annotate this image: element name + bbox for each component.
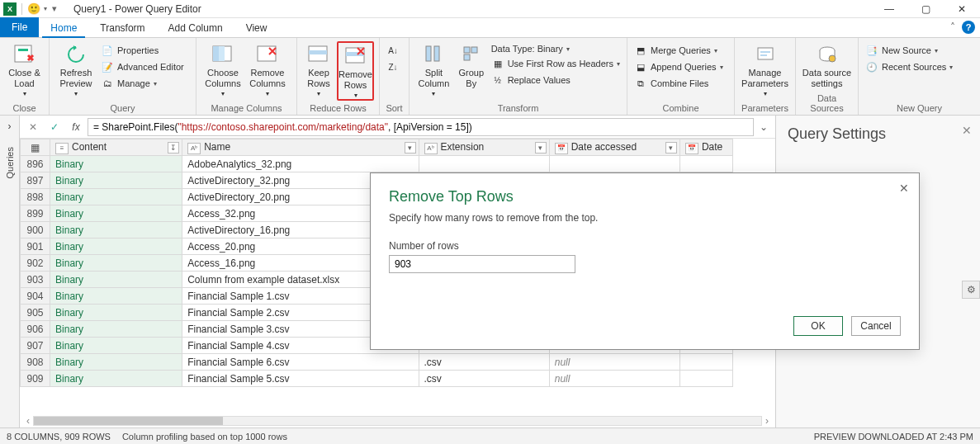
qat-overflow[interactable]: ▾: [50, 3, 57, 14]
expand-queries-icon[interactable]: ›: [8, 120, 12, 132]
cell-date-accessed[interactable]: [549, 156, 679, 172]
emoji-icon[interactable]: 🙂: [27, 2, 40, 15]
formula-input[interactable]: = SharePoint.Files("https://contoso.shar…: [88, 118, 754, 136]
chevron-down-icon[interactable]: ▾: [665, 142, 677, 154]
advanced-editor-button[interactable]: 📝Advanced Editor: [99, 59, 186, 74]
row-header-corner[interactable]: ▦: [21, 139, 50, 156]
split-column-button[interactable]: Split Column▾: [414, 41, 453, 97]
cell-date[interactable]: [679, 371, 732, 387]
manage-button[interactable]: 🗂Manage: [99, 76, 186, 91]
accept-formula-icon[interactable]: ✓: [45, 119, 64, 135]
append-queries-button[interactable]: ⬓Append Queries: [632, 59, 725, 74]
help-icon[interactable]: ?: [962, 21, 975, 34]
ok-button[interactable]: OK: [793, 316, 843, 336]
col-name[interactable]: AᵇName▾: [182, 139, 419, 156]
scroll-left-icon[interactable]: ‹: [23, 415, 33, 427]
number-of-rows-input[interactable]: [389, 255, 575, 273]
table-row[interactable]: 896BinaryAdobeAnalytics_32.png: [21, 156, 733, 172]
dialog-close-icon[interactable]: ✕: [899, 182, 909, 195]
cell-name[interactable]: Financial Sample 5.csv: [182, 371, 419, 387]
col-date-accessed[interactable]: 📅Date accessed▾: [549, 139, 679, 156]
chevron-down-icon[interactable]: ↧: [168, 142, 179, 154]
scroll-right-icon[interactable]: ›: [762, 415, 772, 427]
cell-name[interactable]: AdobeAnalytics_32.png: [182, 156, 419, 172]
use-first-row-button[interactable]: ▦Use First Row as Headers: [490, 56, 622, 71]
file-tab[interactable]: File: [0, 17, 39, 37]
group-by-button[interactable]: Group By: [455, 41, 488, 88]
cell-content[interactable]: Binary: [50, 354, 182, 371]
close-window-button[interactable]: ✕: [944, 0, 980, 18]
svg-rect-10: [426, 46, 431, 61]
data-source-settings-button[interactable]: Data source settings: [801, 41, 853, 88]
scroll-thumb[interactable]: [34, 417, 223, 425]
cancel-button[interactable]: Cancel: [851, 316, 901, 336]
number-of-rows-label: Number of rows: [389, 240, 901, 252]
cell-name[interactable]: Financial Sample 6.csv: [182, 354, 419, 371]
cell-content[interactable]: Binary: [50, 189, 182, 205]
new-source-button[interactable]: 📑New Source: [864, 43, 954, 58]
minimize-button[interactable]: —: [871, 0, 907, 18]
cell-date-accessed[interactable]: null: [549, 371, 679, 387]
fx-icon[interactable]: fx: [66, 119, 86, 135]
refresh-preview-button[interactable]: Refresh Preview▾: [54, 41, 97, 97]
cell-content[interactable]: Binary: [50, 239, 182, 255]
cell-extension[interactable]: .csv: [419, 371, 549, 387]
remove-rows-button[interactable]: Remove Rows▾: [337, 41, 374, 101]
cell-content[interactable]: Binary: [50, 205, 182, 222]
maximize-button[interactable]: ▢: [907, 0, 944, 18]
table-row[interactable]: 909BinaryFinancial Sample 5.csv.csvnull: [21, 371, 733, 387]
col-extension[interactable]: AᵇExtension▾: [419, 139, 549, 156]
close-and-load-button[interactable]: Close & Load▾: [5, 41, 44, 97]
cell-content[interactable]: Binary: [50, 222, 182, 239]
keep-rows-button[interactable]: Keep Rows▾: [302, 41, 335, 97]
sort-asc-button[interactable]: A↓: [385, 43, 401, 58]
qat-dropdown-icon[interactable]: ▾: [44, 5, 47, 12]
horizontal-scrollbar[interactable]: ‹ ›: [20, 414, 775, 427]
collapse-ribbon-icon[interactable]: ˄: [950, 21, 955, 33]
cell-content[interactable]: Binary: [50, 321, 182, 338]
cell-content[interactable]: Binary: [50, 305, 182, 321]
cell-date-accessed[interactable]: null: [549, 354, 679, 371]
chevron-down-icon[interactable]: ▾: [405, 142, 416, 154]
cell-date[interactable]: [679, 156, 732, 172]
choose-columns-button[interactable]: Choose Columns▾: [201, 41, 244, 97]
formula-dropdown-icon[interactable]: ⌄: [755, 121, 772, 133]
recent-sources-button[interactable]: 🕘Recent Sources: [864, 59, 954, 74]
col-date[interactable]: 📅Date: [679, 139, 732, 156]
cell-content[interactable]: Binary: [50, 272, 182, 288]
cell-content[interactable]: Binary: [50, 338, 182, 354]
replace-values-button[interactable]: ½Replace Values: [490, 73, 622, 87]
cell-extension[interactable]: .csv: [419, 354, 549, 371]
group-icon: [458, 43, 485, 66]
col-content[interactable]: ≡Content↧: [50, 139, 182, 156]
cell-extension[interactable]: [419, 156, 549, 172]
cell-content[interactable]: Binary: [50, 172, 182, 189]
tab-view[interactable]: View: [234, 19, 279, 37]
table-row[interactable]: 908BinaryFinancial Sample 6.csv.csvnull: [21, 354, 733, 371]
queries-panel-collapsed[interactable]: › Queries: [0, 116, 20, 427]
queries-tab-label: Queries: [5, 147, 15, 179]
row-number: 904: [21, 288, 50, 305]
cell-content[interactable]: Binary: [50, 288, 182, 305]
merge-queries-button[interactable]: ⬒Merge Queries: [632, 43, 725, 58]
properties-button[interactable]: 📄Properties: [99, 43, 186, 58]
cell-content[interactable]: Binary: [50, 156, 182, 172]
manage-parameters-button[interactable]: Manage Parameters▾: [740, 41, 790, 97]
combine-files-button[interactable]: ⧉Combine Files: [632, 76, 725, 91]
row-number: 908: [21, 354, 50, 371]
sort-desc-button[interactable]: Z↓: [385, 59, 401, 74]
cell-date[interactable]: [679, 354, 732, 371]
tab-add-column[interactable]: Add Column: [157, 19, 234, 37]
cell-content[interactable]: Binary: [50, 255, 182, 272]
tab-transform[interactable]: Transform: [88, 19, 156, 37]
close-pane-icon[interactable]: ✕: [962, 124, 972, 137]
cancel-formula-icon[interactable]: ✕: [23, 119, 43, 135]
cell-content[interactable]: Binary: [50, 371, 182, 387]
tab-home[interactable]: Home: [39, 19, 88, 37]
step-gear-icon[interactable]: ⚙: [962, 281, 980, 299]
remove-columns-button[interactable]: Remove Columns▾: [246, 41, 289, 97]
chevron-down-icon[interactable]: ▾: [535, 142, 547, 154]
merge-icon: ⬒: [634, 44, 647, 57]
row-number: 897: [21, 172, 50, 189]
data-type-button[interactable]: Data Type: Binary: [490, 43, 622, 54]
